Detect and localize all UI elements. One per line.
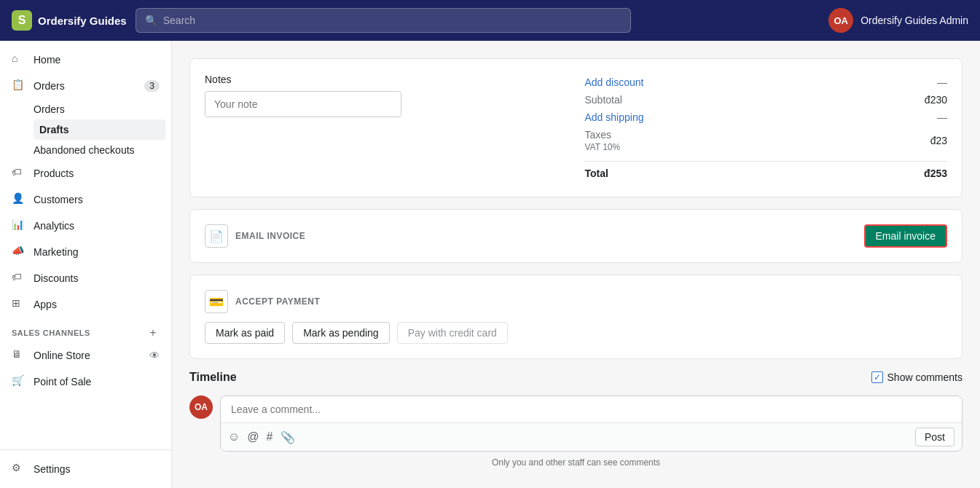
sidebar-item-label: Online Store: [34, 350, 90, 361]
total-row: Total đ253: [585, 161, 948, 182]
comment-toolbar: ☺ @ # 📎 Post: [221, 422, 962, 451]
pricing-section: Add discount — Subtotal đ230 Add shippin…: [585, 74, 948, 182]
add-sales-channel-button[interactable]: +: [146, 326, 160, 339]
notes-input[interactable]: [205, 91, 401, 117]
sidebar-sub-item-drafts[interactable]: Drafts: [34, 119, 165, 140]
sidebar-item-products[interactable]: 🏷 Products: [0, 160, 171, 186]
pos-icon: 🛒: [12, 374, 26, 389]
eye-icon: 👁: [149, 350, 160, 361]
mark-pending-button[interactable]: Mark as pending: [292, 322, 390, 344]
discounts-icon: 🏷: [12, 271, 26, 286]
sidebar-item-label: Analytics: [34, 220, 74, 232]
show-comments-toggle[interactable]: ✓ Show comments: [871, 371, 963, 383]
analytics-icon: 📊: [12, 219, 26, 233]
sidebar-item-analytics[interactable]: 📊 Analytics: [0, 213, 171, 239]
user-avatar: OA: [828, 8, 853, 33]
discount-row: Add discount —: [585, 74, 948, 91]
taxes-label: Taxes VAT 10%: [585, 129, 621, 152]
user-name: Ordersify Guides Admin: [861, 15, 968, 26]
timeline-section: Timeline ✓ Show comments OA ☺ @ #: [189, 371, 963, 468]
marketing-icon: 📣: [12, 245, 26, 259]
products-icon: 🏷: [12, 166, 26, 181]
comment-input-box: ☺ @ # 📎 Post: [220, 395, 963, 452]
sidebar-item-discounts[interactable]: 🏷 Discounts: [0, 265, 171, 291]
subtotal-row: Subtotal đ230: [585, 91, 948, 109]
search-bar[interactable]: 🔍 Search: [136, 8, 631, 33]
total-value: đ253: [924, 168, 947, 179]
user-menu[interactable]: OA Ordersify Guides Admin: [828, 8, 968, 33]
attachment-tool[interactable]: 📎: [281, 430, 295, 444]
sidebar-item-apps[interactable]: ⊞ Apps: [0, 291, 171, 318]
app-name: Ordersify Guides: [38, 15, 127, 27]
notes-section: Notes: [205, 74, 568, 117]
comment-hint: Only you and other staff can see comment…: [189, 457, 963, 468]
main-content: Notes Add discount — Subtotal đ230: [172, 41, 980, 488]
taxes-value: đ23: [930, 135, 947, 146]
emoji-tool[interactable]: ☺: [228, 430, 240, 444]
sidebar-item-label: Discounts: [34, 272, 78, 284]
online-store-icon: 🖥: [12, 348, 26, 363]
accept-payment-title: ACCEPT PAYMENT: [235, 296, 320, 307]
sidebar: ⌂ Home 📋 Orders 3 Orders Drafts Abandone…: [0, 41, 172, 488]
subtotal-label: Subtotal: [585, 94, 622, 106]
add-shipping-link[interactable]: Add shipping: [585, 111, 644, 123]
apps-icon: ⊞: [12, 297, 26, 312]
discount-value: —: [937, 76, 947, 88]
email-invoice-button[interactable]: Email invoice: [864, 224, 947, 248]
mark-paid-button[interactable]: Mark as paid: [205, 322, 285, 344]
comment-row: OA ☺ @ # 📎 Post: [189, 395, 963, 452]
sidebar-item-customers[interactable]: 👤 Customers: [0, 186, 171, 213]
hashtag-tool[interactable]: #: [267, 430, 273, 444]
sales-channels-section: SALES CHANNELS +: [0, 318, 171, 342]
show-comments-label: Show comments: [887, 371, 963, 383]
email-invoice-title: EMAIL INVOICE: [235, 231, 305, 241]
taxes-row: Taxes VAT 10% đ23: [585, 126, 948, 155]
comment-tools: ☺ @ # 📎: [228, 430, 295, 444]
invoice-icon: 📄: [205, 224, 228, 248]
sidebar-item-label: Products: [34, 168, 74, 179]
sidebar-item-label: Point of Sale: [34, 376, 91, 387]
show-comments-checkbox: ✓: [871, 371, 883, 383]
email-invoice-section: 📄 EMAIL INVOICE Email invoice: [205, 224, 947, 248]
app-logo[interactable]: S Ordersify Guides: [12, 10, 127, 31]
orders-icon: 📋: [12, 79, 26, 93]
add-discount-link[interactable]: Add discount: [585, 76, 644, 88]
comment-input[interactable]: [221, 396, 962, 422]
sidebar-item-pos[interactable]: 🛒 Point of Sale: [0, 369, 171, 395]
customers-icon: 👤: [12, 192, 26, 207]
sidebar-item-label: Apps: [34, 299, 57, 310]
settings-icon: ⚙: [12, 462, 26, 476]
shopify-icon: S: [12, 10, 32, 31]
post-button[interactable]: Post: [915, 428, 954, 446]
home-icon: ⌂: [12, 52, 26, 67]
sidebar-item-label: Marketing: [34, 246, 78, 258]
sidebar-item-label: Customers: [34, 194, 83, 205]
notes-label: Notes: [205, 74, 568, 85]
sidebar-item-online-store[interactable]: 🖥 Online Store 👁: [0, 342, 171, 369]
pay-credit-button[interactable]: Pay with credit card: [397, 322, 508, 344]
sidebar-item-orders[interactable]: 📋 Orders 3: [0, 73, 171, 99]
sidebar-sub-item-orders[interactable]: Orders: [34, 99, 171, 119]
notes-pricing-card: Notes Add discount — Subtotal đ230: [189, 58, 963, 197]
payment-buttons: Mark as paid Mark as pending Pay with cr…: [205, 322, 947, 344]
search-placeholder: Search: [163, 15, 195, 26]
commenter-avatar: OA: [189, 395, 213, 419]
email-invoice-card: 📄 EMAIL INVOICE Email invoice: [189, 209, 963, 263]
mention-tool[interactable]: @: [247, 430, 259, 444]
accept-payment-card: 💳 ACCEPT PAYMENT Mark as paid Mark as pe…: [189, 275, 963, 359]
subtotal-value: đ230: [925, 94, 947, 106]
total-label: Total: [585, 168, 608, 179]
sidebar-item-label: Settings: [34, 463, 71, 475]
top-navigation: S Ordersify Guides 🔍 Search OA Ordersify…: [0, 0, 980, 41]
sidebar-item-label: Orders: [34, 80, 65, 92]
shipping-value: —: [937, 111, 947, 123]
sidebar-item-label: Home: [34, 54, 60, 66]
payment-icon: 💳: [205, 290, 228, 313]
timeline-title: Timeline: [189, 371, 237, 384]
sidebar-item-home[interactable]: ⌂ Home: [0, 47, 171, 73]
orders-badge: 3: [144, 80, 160, 92]
shipping-row: Add shipping —: [585, 109, 948, 126]
sidebar-item-marketing[interactable]: 📣 Marketing: [0, 239, 171, 265]
sidebar-item-settings[interactable]: ⚙ Settings: [0, 456, 171, 482]
sidebar-sub-item-abandoned[interactable]: Abandoned checkouts: [34, 140, 171, 160]
